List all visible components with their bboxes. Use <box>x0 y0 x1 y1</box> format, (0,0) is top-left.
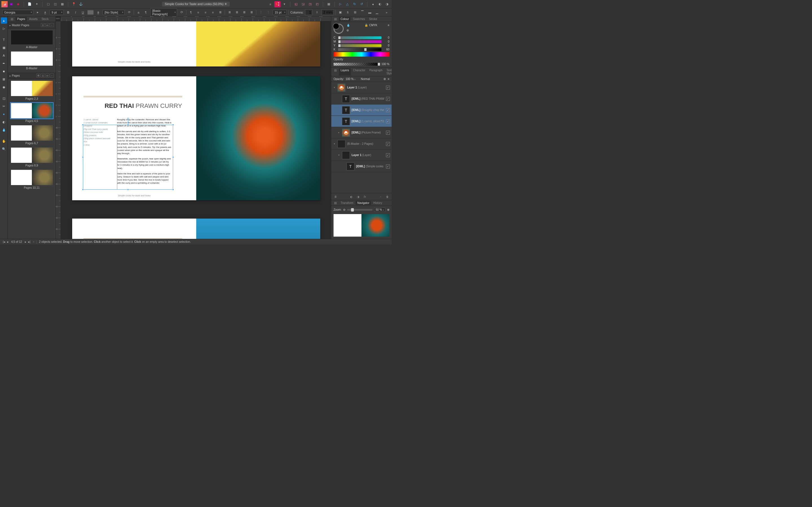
fill-tool[interactable]: ● <box>1 111 7 117</box>
fill-stroke-selector[interactable] <box>334 24 344 34</box>
layers-tab[interactable]: Layers <box>339 68 351 75</box>
justify-right-icon[interactable]: ≣ <box>241 10 247 15</box>
master-thumb-b[interactable]: B-Master <box>11 51 53 71</box>
overflow-icon[interactable]: » <box>384 10 389 15</box>
layer-row[interactable]: T[IDML] (RED THAI PRAWN C✓ <box>331 93 392 105</box>
layer-menu-icon[interactable]: ≡ <box>388 77 389 80</box>
anchor-icon[interactable]: ⚓ <box>78 1 84 7</box>
pages-section-header[interactable]: Pages ⊟▯▭▫ <box>8 72 56 79</box>
frame-text-tool[interactable]: T <box>1 37 7 43</box>
none-colour-icon[interactable]: ⊘ <box>347 29 351 33</box>
bold-button[interactable]: B <box>65 10 71 15</box>
typography-icon[interactable]: fi <box>345 10 350 15</box>
cyan-slider[interactable]: C0 <box>334 36 389 39</box>
canvas-viewport[interactable]: Simple cooks for taste and looks RED THA… <box>61 21 331 239</box>
tab-menu-icon[interactable]: ▤ <box>9 17 15 21</box>
node-tool[interactable]: ▷ <box>1 25 7 32</box>
layer-row[interactable]: ▾ (B-Master - 2 Pages)✓ <box>331 138 392 150</box>
layer-settings-icon[interactable]: ⚙ <box>384 77 386 80</box>
gutter-input[interactable] <box>321 9 334 15</box>
delete-page-icon[interactable]: ▫ <box>50 73 54 77</box>
align-justify-icon[interactable]: ≣ <box>217 10 223 15</box>
opacity-slider[interactable]: 100 % <box>334 62 389 66</box>
tabs-icon[interactable]: ⊞ <box>352 10 358 15</box>
arrange-forward-icon[interactable]: ◳ <box>307 1 313 7</box>
align-left-icon[interactable]: ≡ <box>195 10 201 15</box>
app-icon-photo[interactable]: ▣ <box>8 1 14 7</box>
spread-45[interactable]: RED THAI PRAWN CURRY 1 carrot, sliced 1 … <box>72 76 320 200</box>
delete-layer-icon[interactable]: 🗑 <box>385 194 390 199</box>
colour-picker-tool[interactable]: 💧 <box>1 127 7 133</box>
blend-mode-dropdown[interactable]: Normal <box>361 77 379 80</box>
spectrum-picker[interactable] <box>334 52 389 57</box>
rotate-cw-icon[interactable]: ↻ <box>351 1 357 7</box>
zoom-slider[interactable] <box>347 209 372 211</box>
layer-row[interactable]: ▸🍛[IDML] (Picture Frame)✓ <box>331 127 392 138</box>
font-size-dropdown[interactable]: 9 pt <box>50 10 64 15</box>
flip-v-icon[interactable]: △ <box>344 1 350 7</box>
artistic-text-tool[interactable]: A <box>1 52 7 59</box>
eyedropper-icon[interactable]: 💧 <box>347 24 351 28</box>
new-icon[interactable]: ✦ <box>34 1 40 7</box>
bool-int-icon[interactable]: ◑ <box>384 1 390 7</box>
select-mode2-icon[interactable]: ◫ <box>52 1 58 7</box>
magenta-slider[interactable]: M0 <box>334 40 389 43</box>
sync-style-icon[interactable]: ⟳ <box>126 10 132 15</box>
stroke-tab[interactable]: Stroke <box>367 17 379 21</box>
bool-sub-icon[interactable]: ◐ <box>377 1 383 7</box>
next-page-button[interactable]: ▸ <box>24 240 27 243</box>
rectangle-tool[interactable]: ■ <box>1 68 7 74</box>
first-page-button[interactable]: |◂ <box>2 240 6 243</box>
select-mode-icon[interactable]: ▢ <box>45 1 51 7</box>
select-mode3-icon[interactable]: ▦ <box>59 1 65 7</box>
move-tool[interactable]: ▲ <box>1 17 7 24</box>
optical-align-icon[interactable]: a <box>136 10 141 15</box>
add-page-status-icon[interactable]: ▫ <box>33 240 35 243</box>
arrange-backward-icon[interactable]: ◲ <box>300 1 306 7</box>
zoom-value-dropdown[interactable]: 50 % <box>374 208 386 212</box>
zoom-tool[interactable]: 🔍 <box>1 146 7 152</box>
transform-tab[interactable]: Transform <box>339 201 355 205</box>
chevron-right-icon[interactable]: ▸ <box>35 10 41 15</box>
vertical-ruler[interactable]: -60-40-200204060801001201401601802002202… <box>56 21 61 239</box>
last-page-button[interactable]: ▸| <box>28 240 31 243</box>
sync-para-icon[interactable]: ⟳ <box>179 10 185 15</box>
swatches-tab[interactable]: Swatches <box>351 17 366 21</box>
flip-h-icon[interactable]: ▷ <box>337 1 343 7</box>
layer-opacity-dropdown[interactable]: 100 % <box>346 77 359 80</box>
layer-row[interactable]: T[IDML] (Roughly chop the c✓ <box>331 105 392 116</box>
italic-button[interactable]: I <box>73 10 79 15</box>
snapping-icon[interactable]: 🧲 <box>274 1 281 7</box>
paragraph-tab[interactable]: Paragraph <box>368 68 384 75</box>
single-page-icon[interactable]: ▯ <box>41 23 45 27</box>
ellipse-tool[interactable]: ◉ <box>1 84 7 90</box>
facing-page-icon[interactable]: ▭ <box>45 23 49 27</box>
text-direction-icon[interactable]: ¶ <box>188 10 194 15</box>
zoom-out-button[interactable]: ⊖ <box>343 208 345 211</box>
character-style-dropdown[interactable]: [No Style] <box>103 10 124 15</box>
zoom-in-button[interactable]: ⊕ <box>387 208 389 211</box>
vector-crop-tool[interactable]: ✂ <box>1 103 7 109</box>
justify-all-icon[interactable]: ≣ <box>249 10 254 15</box>
colour-mode-dropdown[interactable]: CMYK <box>369 24 387 27</box>
justify-center-icon[interactable]: ≣ <box>234 10 240 15</box>
spread-thumb-89[interactable]: Pages 8,9 <box>11 147 53 168</box>
columns-input[interactable] <box>305 9 312 15</box>
open-icon[interactable]: 📄 <box>27 1 33 7</box>
text-styles-tab[interactable]: Text Styles <box>385 68 392 75</box>
leading-dropdown[interactable]: 15 pt <box>273 10 287 15</box>
stock-tab[interactable]: Stock <box>40 17 50 21</box>
table-tool[interactable]: ▦ <box>1 45 7 51</box>
valign-mid-icon[interactable]: ▬ <box>367 10 372 15</box>
text-frame-icon[interactable]: ▣ <box>338 10 343 15</box>
rotate-ccw-icon[interactable]: ↺ <box>358 1 364 7</box>
list-number-icon[interactable]: ⋮ <box>265 10 271 15</box>
navigator-thumbnail[interactable] <box>334 214 389 237</box>
yellow-slider[interactable]: Y0 <box>334 44 389 47</box>
black-slider[interactable]: K60 <box>334 48 389 51</box>
layer-row[interactable]: T[IDML] (1 carrot, sliced ¶1 s✓ <box>331 116 392 127</box>
pages-tab[interactable]: Pages <box>15 17 27 21</box>
layer-row[interactable]: ▾Layer 1 (Layer)✓ <box>331 150 392 161</box>
mask-icon[interactable]: ◐ <box>349 194 354 199</box>
master-thumb-a[interactable]: A-Master <box>11 30 53 50</box>
